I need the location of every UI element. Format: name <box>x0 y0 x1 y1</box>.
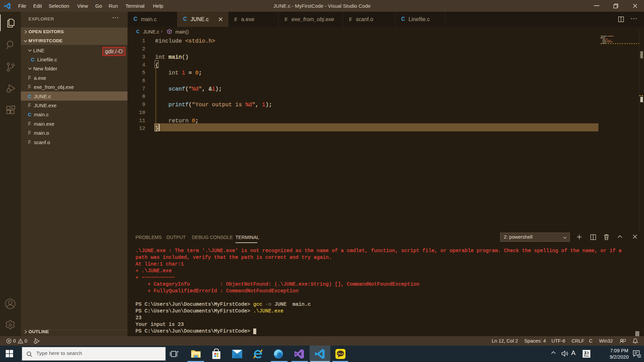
svg-text:5: 5 <box>638 354 640 358</box>
svg-text:TALK: TALK <box>337 352 344 355</box>
